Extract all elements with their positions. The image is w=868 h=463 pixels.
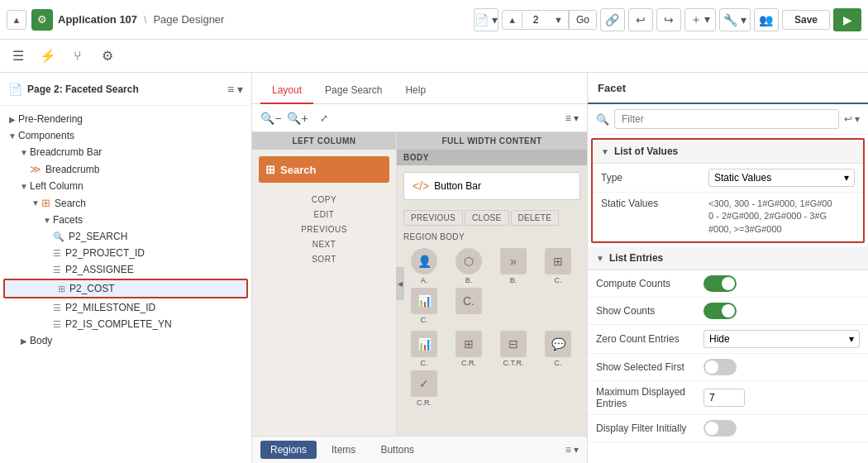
tools2-button[interactable]: ⚙ xyxy=(96,45,119,68)
right-panel-title: Facet xyxy=(598,82,626,94)
go-button[interactable]: Go xyxy=(569,11,596,29)
static-values-label: Static Values xyxy=(601,198,708,209)
body-label: BODY xyxy=(397,150,587,165)
icon-item-b2: » B. xyxy=(493,248,534,284)
tree-item-p2-milestone-id[interactable]: ☰ P2_MILESTONE_ID xyxy=(0,299,251,316)
toggle-knob xyxy=(705,422,718,435)
tree-item-search[interactable]: ▼ ⊞ Search xyxy=(0,194,251,212)
canvas-toolbar: 🔍− 🔍+ ⤢ ≡ ▾ xyxy=(252,104,587,132)
tree-item-pre-rendering[interactable]: ▶ Pre-Rendering xyxy=(0,111,251,127)
prop-row-static-values: Static Values <300, 300 - 1#G#000, 1#G#0… xyxy=(593,193,863,241)
filter-options-button[interactable]: ↩ ▾ xyxy=(844,113,860,125)
tree-menu-button[interactable]: ≡ ▾ xyxy=(227,83,243,96)
page-tree: ▶ Pre-Rendering ▼ Components ▼ Breadcrum… xyxy=(0,106,251,463)
search-widget-icon: ⊞ xyxy=(265,163,275,176)
list-of-values-section: ▼ List of Values Type Static Values ▾ St… xyxy=(591,138,865,243)
previous-rc-button[interactable]: PREVIOUS xyxy=(403,210,463,226)
icon-row-1: 👤 A. ⬡ B. » B. ⊞ C. xyxy=(397,245,587,327)
compute-counts-toggle[interactable] xyxy=(703,275,737,292)
facet-icon: ☰ xyxy=(53,303,61,313)
page-next-button[interactable]: ▼ xyxy=(549,12,569,28)
filter-input[interactable] xyxy=(614,109,839,129)
type-select[interactable]: Static Values ▾ xyxy=(708,169,855,187)
previous-button[interactable]: PREVIOUS xyxy=(259,222,389,236)
widget-icon: </> xyxy=(413,179,429,193)
page-prev-button[interactable]: ▲ xyxy=(503,12,522,28)
icon-item-c-bar: 📊 C. xyxy=(403,331,445,367)
prop-row-show-counts: Show Counts xyxy=(588,298,868,325)
icon-sq-cbar: 📊 xyxy=(411,331,437,357)
edit-button[interactable]: EDIT xyxy=(259,208,389,222)
tree-item-p2-assignee[interactable]: ☰ P2_ASSIGNEE xyxy=(0,261,251,278)
tree-item-components[interactable]: ▼ Components xyxy=(0,127,251,144)
close-rc-button[interactable]: CLOSE xyxy=(465,210,508,226)
tree-item-p2-search[interactable]: 🔍 P2_SEARCH xyxy=(0,228,251,245)
top-toolbar: ▲ ⚙ Application 107 \ Page Designer 📄 ▾ … xyxy=(0,0,868,40)
display-filter-toggle[interactable] xyxy=(703,420,737,437)
max-displayed-input[interactable] xyxy=(703,389,745,407)
tab-page-search[interactable]: Page Search xyxy=(313,78,393,104)
new-page-button[interactable]: 📄 ▾ xyxy=(474,8,498,31)
icon-circle-b1: ⬡ xyxy=(455,248,482,274)
redo-button[interactable]: ↪ xyxy=(656,8,681,31)
tab-layout[interactable]: Layout xyxy=(260,78,313,104)
tree-item-p2-cost[interactable]: ⊞ P2_COST xyxy=(3,279,248,298)
share-button[interactable]: 👥 xyxy=(754,8,779,31)
bottom-menu-button[interactable]: ≡ ▾ xyxy=(565,444,579,456)
page-number-input[interactable] xyxy=(522,12,549,28)
tree-item-breadcrumb[interactable]: ≫ Breadcrumb xyxy=(0,160,251,178)
copy-button[interactable]: COPY xyxy=(259,193,389,207)
search-widget-label: Search xyxy=(280,164,316,176)
show-selected-first-toggle[interactable] xyxy=(703,359,737,375)
zoom-out-button[interactable]: 🔍− xyxy=(260,108,282,128)
bottom-tab-items[interactable]: Items xyxy=(322,441,365,459)
tree-item-facets[interactable]: ▼ Facets xyxy=(0,212,251,228)
expand-button[interactable]: ⤢ xyxy=(313,108,335,128)
tools-button[interactable]: 🔧 ▾ xyxy=(719,8,751,31)
middle-panel: Layout Page Search Help 🔍− 🔍+ ⤢ ≡ ▾ LEFT… xyxy=(252,73,587,463)
delete-rc-button[interactable]: DELETE xyxy=(511,210,560,226)
next-button[interactable]: NEXT xyxy=(259,237,389,251)
undo-button[interactable]: ↩ xyxy=(628,8,653,31)
toggle-knob xyxy=(722,277,735,290)
zoom-in-button[interactable]: 🔍+ xyxy=(287,108,308,128)
bottom-tab-buttons[interactable]: Buttons xyxy=(370,441,424,459)
canvas-menu-button[interactable]: ≡ ▾ xyxy=(565,112,579,124)
prop-row-zero-count: Zero Count Entries Hide ▾ xyxy=(588,325,868,354)
tab-help[interactable]: Help xyxy=(393,78,437,104)
tree-button[interactable]: ⑂ xyxy=(66,45,89,68)
navigate-up-button[interactable]: ▲ xyxy=(7,10,26,30)
facet-cost-icon: ⊞ xyxy=(58,284,65,294)
main-content: 📄 Page 2: Faceted Search ≡ ▾ ▶ Pre-Rende… xyxy=(0,73,868,463)
canvas-area: LEFT COLUMN ⊞ Search COPY EDIT PREVIOUS … xyxy=(252,132,587,463)
zero-count-select[interactable]: Hide ▾ xyxy=(703,330,860,348)
tree-item-left-column[interactable]: ▼ Left Column xyxy=(0,178,251,194)
bottom-tab-regions[interactable]: Regions xyxy=(260,441,317,459)
save-button[interactable]: Save xyxy=(782,10,830,30)
list-entries-toggle[interactable]: ▼ xyxy=(596,254,604,263)
lov-toggle[interactable]: ▼ xyxy=(601,147,609,156)
show-selected-first-label: Show Selected First xyxy=(596,361,703,373)
list-entries-header: ▼ List Entries xyxy=(588,246,868,270)
canvas-columns: LEFT COLUMN ⊞ Search COPY EDIT PREVIOUS … xyxy=(252,132,587,436)
add-button[interactable]: ＋ ▾ xyxy=(684,8,716,31)
layout-view-button[interactable]: ☰ xyxy=(7,45,30,68)
show-counts-toggle[interactable] xyxy=(703,303,737,319)
icon-sq-check: ✓ xyxy=(411,370,437,397)
search-widget[interactable]: ⊞ Search xyxy=(259,156,389,183)
icon-item-b1: ⬡ B. xyxy=(448,248,489,284)
tree-item-body[interactable]: ▶ Body xyxy=(0,332,251,349)
tree-item-p2-project-id[interactable]: ☰ P2_PROJECT_ID xyxy=(0,245,251,261)
collapse-handle[interactable]: ◀ xyxy=(396,267,404,300)
page-nav: ▲ ▼ Go xyxy=(502,10,597,30)
flash-button[interactable]: ⚡ xyxy=(36,45,60,68)
shared-components-button[interactable]: 🔗 xyxy=(600,8,625,31)
search-region-icon: ⊞ xyxy=(41,197,50,209)
toggle-icon: ▼ xyxy=(18,182,30,191)
tree-item-p2-is-complete-yn[interactable]: ☰ P2_IS_COMPLETE_YN xyxy=(0,316,251,332)
button-bar-widget: </> Button Bar xyxy=(403,172,580,200)
sort-button[interactable]: SORT xyxy=(259,252,389,266)
tree-item-breadcrumb-bar[interactable]: ▼ Breadcrumb Bar xyxy=(0,144,251,160)
run-button[interactable]: ▶ xyxy=(833,8,861,31)
toolbar-center: 📄 ▾ ▲ ▼ Go 🔗 ↩ ↪ ＋ ▾ 🔧 ▾ 👥 Save ▶ xyxy=(474,8,861,31)
